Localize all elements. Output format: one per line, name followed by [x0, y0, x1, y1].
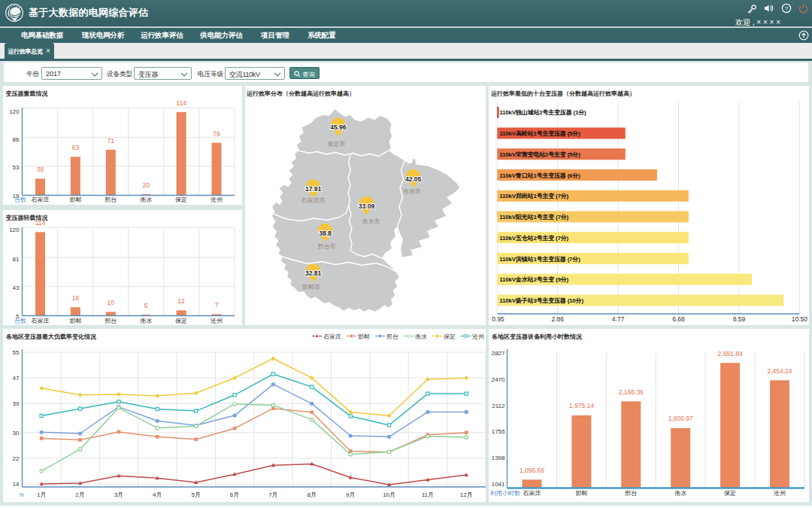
svg-text:保定: 保定 — [444, 333, 456, 340]
svg-text:1398: 1398 — [492, 455, 505, 461]
svg-text:14: 14 — [13, 481, 20, 488]
svg-text:沧州: 沧州 — [210, 196, 223, 203]
svg-text:邯郸: 邯郸 — [69, 318, 81, 324]
svg-text:利用小时数: 利用小时数 — [490, 490, 520, 497]
svg-text:石家庄市: 石家庄市 — [301, 197, 326, 204]
svg-text:保定: 保定 — [175, 318, 187, 324]
svg-text:45.96: 45.96 — [330, 123, 347, 131]
svg-text:110kV金水站2号主变 (9分): 110kV金水站2号主变 (9分) — [499, 275, 568, 283]
svg-text:63: 63 — [72, 144, 80, 151]
svg-text:邢台: 邢台 — [105, 318, 117, 324]
svg-text:39: 39 — [13, 400, 20, 407]
svg-text:0.95: 0.95 — [492, 315, 504, 323]
svg-text:保定: 保定 — [724, 490, 736, 497]
svg-text:8.59: 8.59 — [733, 315, 746, 323]
svg-text:邢台: 邢台 — [625, 490, 637, 497]
svg-text:邢台: 邢台 — [105, 196, 117, 203]
svg-text:110kV阳光站1号主变 (7分): 110kV阳光站1号主变 (7分) — [499, 213, 568, 221]
svg-text:1,975.14: 1,975.14 — [569, 402, 594, 409]
svg-text:9月: 9月 — [346, 491, 355, 498]
svg-text:1,096.66: 1,096.66 — [520, 467, 544, 474]
svg-text:12月: 12月 — [460, 491, 473, 498]
svg-text:4.77: 4.77 — [612, 315, 625, 323]
svg-text:运行效率最低的十台变压器（分数越高运行效率越高）: 运行效率最低的十台变压器（分数越高运行效率越高） — [490, 90, 635, 97]
svg-text:42.05: 42.05 — [405, 175, 422, 183]
svg-text:台数: 台数 — [14, 196, 26, 203]
svg-text:10: 10 — [108, 299, 115, 306]
svg-text:邯郸: 邯郸 — [69, 196, 81, 203]
svg-text:4月: 4月 — [153, 491, 162, 498]
svg-text:86: 86 — [13, 136, 20, 143]
svg-text:47: 47 — [13, 375, 20, 382]
svg-text:20: 20 — [142, 181, 150, 189]
svg-text:7月: 7月 — [268, 491, 277, 498]
svg-text:114: 114 — [35, 219, 46, 227]
svg-text:110kV滨镇站1号主变压器 (7分): 110kV滨镇站1号主变压器 (7分) — [499, 255, 580, 263]
svg-text:邯郸: 邯郸 — [358, 333, 370, 340]
svg-text:1月: 1月 — [37, 491, 46, 498]
svg-text:2470: 2470 — [492, 376, 505, 383]
svg-text:7: 7 — [215, 301, 219, 309]
svg-text:110kV郑岗站1号主变 (7分): 110kV郑岗站1号主变 (7分) — [499, 192, 568, 199]
svg-text:石家庄: 石家庄 — [32, 196, 50, 203]
svg-text:5月: 5月 — [191, 491, 200, 498]
svg-text:1041: 1041 — [492, 481, 505, 488]
svg-text:1,800.97: 1,800.97 — [668, 415, 693, 422]
svg-text:沧州市: 沧州市 — [402, 188, 421, 195]
svg-text:11月: 11月 — [422, 491, 434, 498]
svg-text:沧州: 沧州 — [773, 490, 786, 497]
svg-text:110kV高岭站1号主变压器 (5分): 110kV高岭站1号主变压器 (5分) — [499, 129, 580, 137]
svg-text:38.8: 38.8 — [319, 230, 332, 237]
svg-text:各地区变压器设备利用小时数情况: 各地区变压器设备利用小时数情况 — [491, 333, 583, 340]
svg-text:10.50: 10.50 — [792, 315, 808, 323]
svg-text:石家庄: 石家庄 — [32, 318, 50, 324]
svg-text:3月: 3月 — [114, 491, 123, 498]
svg-text:1755: 1755 — [492, 428, 505, 435]
svg-text:石家庄: 石家庄 — [523, 490, 541, 497]
svg-text:5: 5 — [144, 302, 148, 309]
svg-text:38: 38 — [37, 166, 44, 173]
svg-text:55: 55 — [13, 349, 20, 356]
svg-text:12: 12 — [177, 297, 185, 305]
svg-text:6.68: 6.68 — [672, 315, 685, 323]
svg-text:衡水: 衡水 — [140, 196, 152, 203]
svg-text:110kV青口站1号主变压器 (6分): 110kV青口站1号主变压器 (6分) — [499, 172, 580, 179]
svg-text:沧州: 沧州 — [210, 318, 223, 324]
svg-text:6月: 6月 — [230, 491, 239, 498]
svg-text:81: 81 — [13, 256, 20, 263]
svg-text:衡水: 衡水 — [140, 318, 152, 324]
svg-text:邢台: 邢台 — [386, 333, 398, 340]
svg-text:沧州: 沧州 — [471, 333, 484, 340]
svg-text:?: ? — [785, 5, 789, 12]
svg-text:2,691.84: 2,691.84 — [718, 350, 743, 357]
svg-text:2,166.36: 2,166.36 — [619, 388, 644, 396]
svg-text:110kV独山城站2号主变压器 (1分): 110kV独山城站2号主变压器 (1分) — [499, 108, 586, 116]
svg-text:120: 120 — [9, 108, 20, 115]
svg-text:79: 79 — [213, 130, 220, 138]
svg-text:30: 30 — [13, 430, 20, 437]
svg-text:71: 71 — [108, 137, 115, 144]
svg-text:衡水: 衡水 — [415, 333, 427, 340]
svg-text:2827: 2827 — [492, 350, 505, 357]
svg-text:110kV宋营变电站2号主变 (5分): 110kV宋营变电站2号主变 (5分) — [499, 151, 580, 158]
svg-text:邯郸市: 邯郸市 — [302, 284, 320, 291]
svg-text:10月: 10月 — [383, 491, 395, 498]
svg-text:衡水市: 衡水市 — [362, 218, 380, 225]
svg-text:17.91: 17.91 — [305, 185, 322, 193]
svg-text:110kV扬子站3号主变压器 (10分): 110kV扬子站3号主变压器 (10分) — [499, 297, 583, 304]
svg-text:台数: 台数 — [14, 318, 26, 324]
svg-text:2.86: 2.86 — [551, 315, 564, 323]
svg-text:2112: 2112 — [492, 403, 505, 409]
svg-text:22: 22 — [13, 455, 20, 462]
svg-text:衡水: 衡水 — [674, 490, 686, 497]
svg-text:33.09: 33.09 — [359, 202, 375, 210]
svg-text:43: 43 — [13, 284, 20, 291]
svg-text:变压器重载情况: 变压器重载情况 — [5, 90, 49, 97]
svg-text:16: 16 — [72, 294, 80, 302]
svg-text:保定市: 保定市 — [327, 141, 345, 148]
svg-text:2,454.24: 2,454.24 — [767, 367, 792, 375]
svg-text:8月: 8月 — [308, 491, 317, 498]
svg-text:各地区变压器最大负载率变化情况: 各地区变压器最大负载率变化情况 — [5, 333, 97, 340]
svg-text:邯郸: 邯郸 — [575, 490, 587, 497]
svg-text:120: 120 — [9, 227, 20, 233]
